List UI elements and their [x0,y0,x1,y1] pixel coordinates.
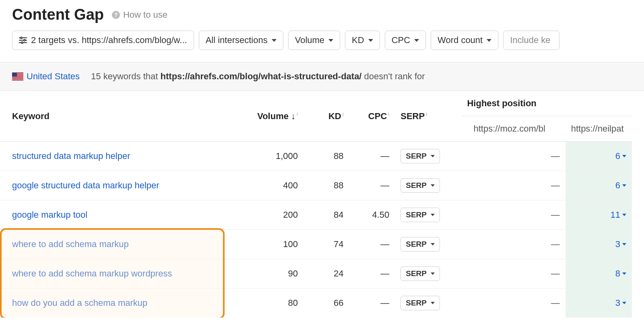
cell-cpc: — [349,171,395,200]
col-kd[interactable]: KDi [303,91,349,142]
serp-button[interactable]: SERP [400,237,440,252]
svg-point-4 [24,39,25,41]
cell-kd: 88 [303,171,349,200]
keyword-link[interactable]: where to add schema markup wordpress [12,268,172,278]
col-position-target-1[interactable]: https://moz.com/bl [461,116,565,142]
kd-filter[interactable]: KD [345,31,380,50]
keyword-link[interactable]: how do you add a schema markup [12,298,147,308]
cell-position-1: — [461,200,565,230]
cell-cpc: — [349,289,395,318]
chevron-down-icon [272,39,277,42]
chevron-down-icon [622,302,626,304]
word-count-filter[interactable]: Word count [431,31,498,50]
chevron-down-icon [622,272,626,275]
chevron-down-icon [622,214,626,216]
how-to-use-label: How to use [123,10,167,20]
serp-button[interactable]: SERP [400,296,440,310]
serp-button[interactable]: SERP [400,178,440,193]
keywords-table: Keyword Volume ↓i KDi CPCi SERPi Highest… [0,91,632,318]
position-link[interactable]: 3 [615,298,626,308]
col-volume[interactable]: Volume ↓i [233,91,303,142]
col-highest-position[interactable]: Highest position [461,91,632,116]
position-link[interactable]: 11 [611,210,626,220]
chevron-down-icon [431,214,435,216]
targets-filter-label: 2 targets vs. https://ahrefs.com/blog/w.… [31,35,187,45]
table-row: google markup tool200844.50SERP—11 [0,200,632,230]
keyword-link[interactable]: google structured data markup helper [12,180,159,190]
page-title: Content Gap [12,6,104,23]
keyword-link[interactable]: where to add schema markup [12,239,129,249]
cpc-filter[interactable]: CPC [385,31,426,50]
summary-mid: keywords that [103,71,158,81]
country-selector[interactable]: United States [12,71,83,82]
cell-position-1: — [461,142,565,171]
chevron-down-icon [431,302,435,304]
position-link[interactable]: 6 [615,151,626,161]
svg-point-3 [21,37,22,39]
cell-volume: 400 [233,171,303,200]
chevron-down-icon [622,243,626,245]
position-link[interactable]: 3 [615,239,626,250]
svg-point-5 [21,42,23,43]
col-cpc[interactable]: CPCi [349,91,395,142]
chevron-down-icon [368,39,373,42]
col-serp-label: SERP [400,111,425,121]
col-serp[interactable]: SERPi [395,91,461,142]
col-volume-label: Volume [257,111,289,121]
cell-kd: 66 [303,289,349,318]
cell-kd: 24 [303,259,349,289]
targets-filter[interactable]: 2 targets vs. https://ahrefs.com/blog/w.… [12,31,194,50]
volume-filter-label: Volume [295,35,324,45]
question-icon: ? [112,11,120,19]
cell-cpc: 4.50 [349,200,395,230]
cpc-filter-label: CPC [392,35,410,45]
summary-text: 15 keywords that https://ahrefs.com/blog… [91,71,425,82]
table-row: how do you add a schema markup8066—SERP—… [0,289,632,318]
chevron-down-icon [431,155,435,157]
chevron-down-icon [622,155,626,157]
table-row: structured data markup helper1,00088—SER… [0,142,632,171]
kd-filter-label: KD [352,35,364,45]
chevron-down-icon [328,39,333,42]
info-icon: i [388,111,389,117]
col-kd-label: KD [328,111,341,121]
chevron-down-icon [431,272,435,275]
serp-button[interactable]: SERP [400,208,440,222]
how-to-use-link[interactable]: ? How to use [112,10,167,20]
sliders-icon [19,37,27,44]
cell-cpc: — [349,259,395,289]
summary-count: 15 [91,71,101,81]
chevron-down-icon [414,39,419,42]
table-row: google structured data markup helper4008… [0,171,632,200]
serp-button[interactable]: SERP [400,149,440,163]
chevron-down-icon [431,243,435,245]
us-flag-icon [12,72,23,80]
sort-desc-icon: ↓ [289,111,295,121]
serp-button[interactable]: SERP [400,266,440,281]
col-keyword[interactable]: Keyword [0,91,233,142]
cell-cpc: — [349,230,395,259]
keyword-link[interactable]: google markup tool [12,210,87,220]
cell-volume: 80 [233,289,303,318]
cell-volume: 1,000 [233,142,303,171]
info-icon: i [343,111,344,117]
cell-position-1: — [461,289,565,318]
table-row: where to add schema markup10074—SERP—3 [0,230,632,259]
col-position-target-2[interactable]: https://neilpat [566,116,632,142]
table-row: where to add schema markup wordpress9024… [0,259,632,289]
col-cpc-label: CPC [368,111,387,121]
volume-filter[interactable]: Volume [288,31,340,50]
intersections-filter[interactable]: All intersections [199,31,283,50]
position-link[interactable]: 8 [615,268,626,279]
country-label: United States [27,71,80,82]
position-link[interactable]: 6 [615,180,626,191]
cell-kd: 84 [303,200,349,230]
cell-kd: 74 [303,230,349,259]
summary-url: https://ahrefs.com/blog/what-is-structur… [161,71,362,81]
keyword-link[interactable]: structured data markup helper [12,151,130,161]
cell-kd: 88 [303,142,349,171]
cell-volume: 200 [233,200,303,230]
include-keywords-input[interactable]: Include ke [503,31,559,50]
word-count-filter-label: Word count [438,35,483,45]
cell-cpc: — [349,142,395,171]
